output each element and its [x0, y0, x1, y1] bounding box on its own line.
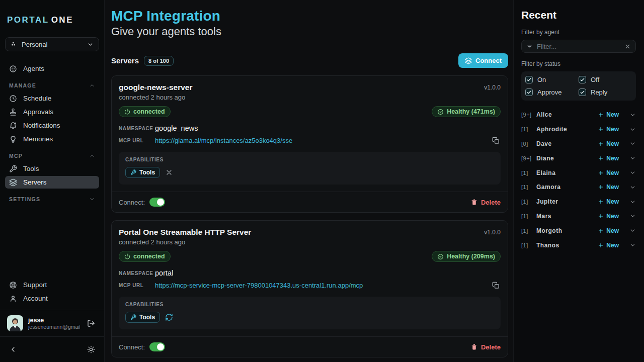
sidebar-item-account[interactable]: Account	[5, 292, 99, 305]
agent-row: [1] Thanos New	[521, 238, 636, 252]
sidebar-item-servers[interactable]: Servers	[5, 176, 99, 189]
connect-toggle[interactable]	[149, 198, 165, 207]
sidebar-item-schedule[interactable]: Schedule	[5, 92, 99, 105]
agent-filter-input[interactable]	[537, 43, 620, 50]
filter-icon	[526, 43, 533, 50]
capability-chip-tools[interactable]: Tools	[125, 167, 160, 178]
mcp-url-link[interactable]: https://glama.ai/mcp/instances/az5o3ko4q…	[155, 137, 292, 144]
agent-row: [1] Elaina New	[521, 165, 636, 180]
section-header-settings[interactable]: SETTINGS	[5, 194, 99, 205]
chevron-down-icon[interactable]	[619, 213, 636, 219]
server-title: google-news-server	[119, 83, 192, 92]
sidebar-item-memories[interactable]: Memories	[5, 133, 99, 145]
connect-toggle[interactable]	[149, 342, 165, 351]
new-session-button[interactable]: New	[598, 198, 619, 205]
chevron-down-icon[interactable]	[619, 227, 636, 234]
agent-row: [1] Gamora New	[521, 180, 636, 195]
new-session-button[interactable]: New	[598, 213, 619, 220]
left-sidebar: PORTALONE Personal Agents MANAGE	[0, 0, 105, 362]
plus-icon	[598, 170, 604, 176]
new-session-button[interactable]: New	[598, 155, 619, 162]
checkbox-checked-icon	[525, 76, 533, 83]
new-session-button[interactable]: New	[598, 242, 619, 249]
new-session-button[interactable]: New	[598, 169, 619, 176]
layers-icon	[465, 57, 472, 64]
chevron-down-icon[interactable]	[619, 126, 636, 133]
connect-server-button[interactable]: Connect	[458, 53, 508, 68]
namespace-label: NAMESPACE	[119, 126, 155, 131]
chevron-down-icon[interactable]	[619, 242, 636, 248]
clear-filter-icon[interactable]	[624, 43, 631, 50]
checkbox-label: Approve	[537, 88, 561, 96]
user-profile[interactable]: jesse jesseneumann@gmail....	[0, 310, 104, 336]
checkbox-label: Reply	[591, 88, 607, 96]
mcp-url-link[interactable]: https://mcp-service-mcp-server-798001047…	[155, 282, 363, 289]
checkbox-off[interactable]: Off	[579, 76, 632, 83]
main-content: MCP Integration Give your agents tools S…	[105, 0, 513, 362]
sidebar-item-agents[interactable]: Agents	[5, 62, 99, 75]
sidebar-item-support[interactable]: Support	[5, 279, 99, 291]
capability-label: Tools	[139, 169, 155, 176]
sidebar-item-tools[interactable]: Tools	[5, 162, 99, 175]
chevron-down-icon[interactable]	[619, 140, 636, 147]
checkbox-on[interactable]: On	[525, 76, 579, 83]
recent-title: Recent	[521, 9, 636, 21]
server-version: v1.0.0	[484, 228, 501, 236]
chevron-down-icon[interactable]	[619, 199, 636, 205]
new-session-button[interactable]: New	[598, 184, 619, 191]
status-badge: connected	[119, 106, 171, 117]
copy-icon[interactable]	[491, 281, 501, 290]
server-card: google-news-server connected 2 hours ago…	[111, 75, 508, 213]
chevron-down-icon[interactable]	[619, 112, 636, 118]
sidebar-item-label: Tools	[23, 165, 39, 172]
agent-name: Dave	[536, 140, 552, 147]
section-header-manage[interactable]: MANAGE	[5, 80, 99, 91]
checkbox-label: Off	[591, 76, 599, 83]
theme-toggle-sun-icon[interactable]	[87, 345, 95, 353]
workspace-selector[interactable]: Personal	[5, 37, 99, 51]
checkbox-label: On	[537, 76, 546, 83]
page-title: MCP Integration	[111, 8, 508, 24]
agent-name: Morgoth	[536, 227, 562, 234]
trash-icon	[471, 343, 477, 350]
delete-server-button[interactable]: Delete	[471, 199, 501, 206]
collapse-sidebar-icon[interactable]	[9, 345, 17, 353]
bell-plus-icon	[9, 122, 17, 130]
sidebar-item-approvals[interactable]: Approvals	[5, 106, 99, 118]
sidebar-item-notifications[interactable]: Notifications	[5, 119, 99, 132]
section-header-mcp[interactable]: MCP	[5, 150, 99, 161]
new-session-button[interactable]: New	[598, 126, 619, 133]
capability-chip-tools[interactable]: Tools	[125, 312, 160, 323]
agent-count: [9+]	[521, 112, 536, 118]
copy-icon[interactable]	[491, 136, 501, 145]
agent-count: [9+]	[521, 155, 536, 161]
connect-button-label: Connect	[475, 57, 502, 64]
capabilities-section: CAPABILITIES Tools	[119, 297, 501, 329]
close-icon[interactable]	[165, 168, 173, 176]
brand-primary: PORTAL	[7, 15, 49, 25]
delete-label: Delete	[481, 343, 501, 351]
plus-icon	[598, 126, 604, 132]
section-label: MCP	[9, 153, 23, 159]
agent-count: [1]	[521, 228, 536, 234]
logout-icon[interactable]	[85, 317, 97, 329]
new-label: New	[606, 169, 619, 176]
checkbox-reply[interactable]: Reply	[579, 88, 632, 96]
user-icon	[9, 295, 17, 303]
new-session-button[interactable]: New	[598, 227, 619, 234]
new-session-button[interactable]: New	[598, 140, 619, 147]
refresh-icon[interactable]	[165, 313, 173, 321]
check-circle-icon	[437, 109, 444, 115]
namespace-value: google_news	[155, 124, 198, 132]
chevron-down-icon[interactable]	[619, 169, 636, 176]
checkbox-approve[interactable]: Approve	[525, 88, 579, 96]
agent-row: [9+] Alice New	[521, 108, 636, 122]
filter-agent-label: Filter by agent	[521, 29, 636, 36]
chevron-up-icon	[89, 153, 95, 159]
new-session-button[interactable]: New	[598, 111, 619, 118]
chevron-down-icon[interactable]	[619, 155, 636, 161]
chevron-down-icon[interactable]	[619, 184, 636, 191]
page-subtitle: Give your agents tools	[111, 25, 508, 38]
delete-server-button[interactable]: Delete	[471, 343, 501, 351]
sidebar-item-label: Account	[23, 295, 48, 302]
